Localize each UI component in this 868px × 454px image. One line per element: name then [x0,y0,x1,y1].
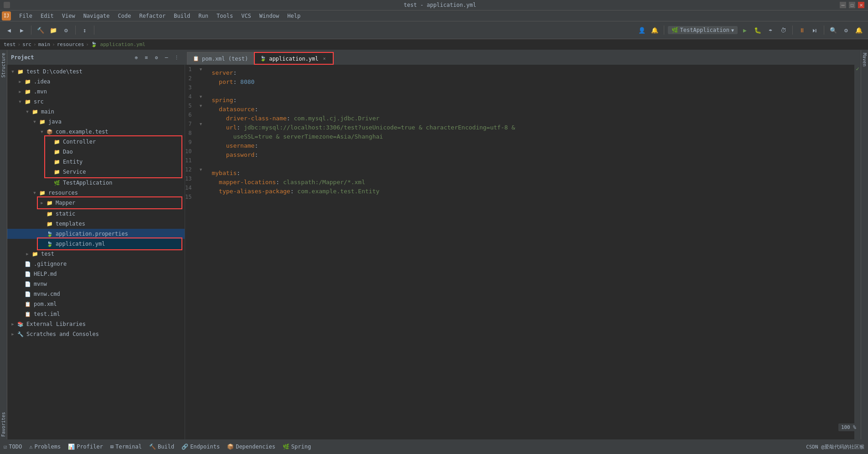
menu-tools[interactable]: Tools [213,12,237,20]
dependencies-button[interactable]: 📦 Dependencies [227,444,275,450]
build-icon[interactable]: 🔨 [35,25,46,36]
tree-item-gitignore[interactable]: 📄 .gitignore [7,259,185,269]
tree-item-idea[interactable]: ▶ 📁 .idea [7,77,185,87]
pause-button[interactable]: ⏯ [809,25,820,36]
maven-tab[interactable]: Maven [861,50,868,69]
git-icon[interactable]: ↕ [79,25,90,36]
build-button[interactable]: 🔨 Build [149,444,174,450]
menu-navigate[interactable]: Navigate [80,12,114,20]
menu-file[interactable]: File [16,12,36,20]
run-config[interactable]: 🌿 TestApplication ▼ [668,26,738,34]
profiler-button[interactable]: 📊 Profiler [68,444,103,450]
label-package: com.example.test [56,129,108,135]
arrow-java: ▼ [31,119,38,124]
tree-item-java[interactable]: ▼ 📁 java [7,117,185,127]
tree-item-resources[interactable]: ▼ 📁 resources [7,188,185,198]
spring-button[interactable]: 🌿 Spring [283,444,311,450]
menu-code[interactable]: Code [114,12,135,20]
minimize-button[interactable]: ─ [840,2,846,8]
tree-item-mapper[interactable]: ▶ 📁 Mapper [38,198,181,208]
tree-item-service[interactable]: 📁 Service [46,167,181,177]
forward-button[interactable]: ▶ [16,25,27,36]
user-icon[interactable]: 👤 [636,25,647,36]
tree-item-appprops[interactable]: 🍃 application.properties [7,229,185,239]
menu-edit[interactable]: Edit [37,12,57,20]
todo-button[interactable]: ☑ TODO [4,444,22,450]
tree-item-appyml[interactable]: 🍃 application.yml [38,239,181,249]
sidebar-add-icon[interactable]: ⊕ [132,53,141,62]
notifications-main[interactable]: 🔔 [853,25,864,36]
tree-item-mvnw[interactable]: 📄 mvnw [7,279,185,289]
tree-item-pomxml[interactable]: 📋 pom.xml [7,299,185,309]
code-content[interactable]: server: port: 8080 spring: datasource: [206,65,854,439]
tab-appyml[interactable]: 🍃 application.yml × [254,52,333,65]
menu-build[interactable]: Build [170,12,194,20]
fold-4[interactable]: ▼ [195,92,206,101]
search-everywhere[interactable]: 🔍 [828,25,839,36]
tree-item-testiml[interactable]: 📋 test.iml [7,309,185,319]
folder-icon-test: 📁 [16,67,25,76]
folder-icon-service: 📁 [53,168,61,176]
tree-item-package[interactable]: ▼ 📦 com.example.test [7,127,185,137]
tree-item-src[interactable]: ▼ 📁 src [7,97,185,107]
sidebar-settings-icon[interactable]: ⋮ [172,53,181,62]
tree-item-test-root[interactable]: ▼ 📁 test D:\code\test [7,67,185,77]
stop-button[interactable]: ⏸ [796,25,807,36]
code-editor[interactable]: 1 2 3 4 5 6 7 8 9 10 11 12 13 14 [185,65,861,439]
run-button[interactable]: ▶ [739,25,750,36]
tree-item-helpmd[interactable]: 📄 HELP.md [7,269,185,279]
menu-vcs[interactable]: VCS [238,12,255,20]
sidebar-collapse-icon[interactable]: ≡ [142,53,151,62]
maximize-button[interactable]: □ [849,2,855,8]
breadcrumb-main[interactable]: main [38,41,51,47]
breadcrumb-resources[interactable]: resources [57,41,84,47]
menu-window[interactable]: Window [256,12,283,20]
tree-item-controller[interactable]: 📁 Controller [46,137,181,147]
tab-pom[interactable]: 📋 pom.xml (test) [187,52,254,65]
right-scrollbar[interactable]: ✓ [854,65,861,439]
settings-icon[interactable]: ⚙ [61,25,72,36]
tree-item-scratches[interactable]: ▶ 🔧 Scratches and Consoles [7,329,185,339]
breadcrumb-file[interactable]: 🍃 application.yml [91,41,145,47]
tree-item-entity[interactable]: 📁 Entity [46,157,181,167]
settings-main[interactable]: ⚙ [841,25,852,36]
tree-item-main[interactable]: ▼ 📁 main [7,107,185,117]
folder-icon-entity: 📁 [53,158,61,166]
notifications-icon[interactable]: 🔔 [649,25,660,36]
close-button[interactable]: ✕ [858,2,864,8]
tree-item-dao[interactable]: 📁 Dao [46,147,181,157]
fold-7[interactable]: ▼ [195,119,206,129]
menu-view[interactable]: View [58,12,79,20]
fold-12[interactable]: ▼ [195,165,206,174]
tree-item-templates[interactable]: 📁 templates [7,219,185,229]
sidebar-gear-icon[interactable]: ⚙ [152,53,161,62]
right-edge-panel: Maven [861,50,868,439]
menu-refactor[interactable]: Refactor [135,12,169,20]
folder-icon[interactable]: 📁 [48,25,59,36]
problems-button[interactable]: ⚠ Problems [29,444,61,450]
menu-run[interactable]: Run [195,12,212,20]
back-button[interactable]: ◀ [4,25,15,36]
terminal-button[interactable]: ⊞ Terminal [110,444,142,450]
toolbar-separator-2 [75,26,76,35]
menu-help[interactable]: Help [284,12,304,20]
debug-button[interactable]: 🐛 [752,25,763,36]
breadcrumb-src[interactable]: src [22,41,31,47]
coverage-button[interactable]: ☂ [765,25,776,36]
favorites-tab[interactable]: Favorites [0,409,7,439]
tree-item-mvn[interactable]: ▶ 📁 .mvn [7,87,185,97]
profile-button[interactable]: ⏱ [778,25,789,36]
tree-item-static[interactable]: 📁 static [7,209,185,219]
tree-item-ext-libs[interactable]: ▶ 📚 External Libraries [7,319,185,329]
fold-1[interactable]: ▼ [195,65,206,74]
tree-item-mvnwcmd[interactable]: 📄 mvnw.cmd [7,289,185,299]
tree-item-test-dir[interactable]: ▶ 📁 test [7,249,185,259]
tab-appyml-close[interactable]: × [321,56,328,62]
structure-tab[interactable]: Structure [0,50,7,80]
fold-5[interactable]: ▼ [195,101,206,110]
breadcrumb-test[interactable]: test [4,41,16,47]
sidebar-hide-icon[interactable]: ─ [162,53,171,62]
tree-item-testapp[interactable]: 🌿 TestApplication [7,178,185,188]
endpoints-button[interactable]: 🔗 Endpoints [181,444,220,450]
sidebar-header-icons: ⊕ ≡ ⚙ ─ ⋮ [132,53,181,62]
